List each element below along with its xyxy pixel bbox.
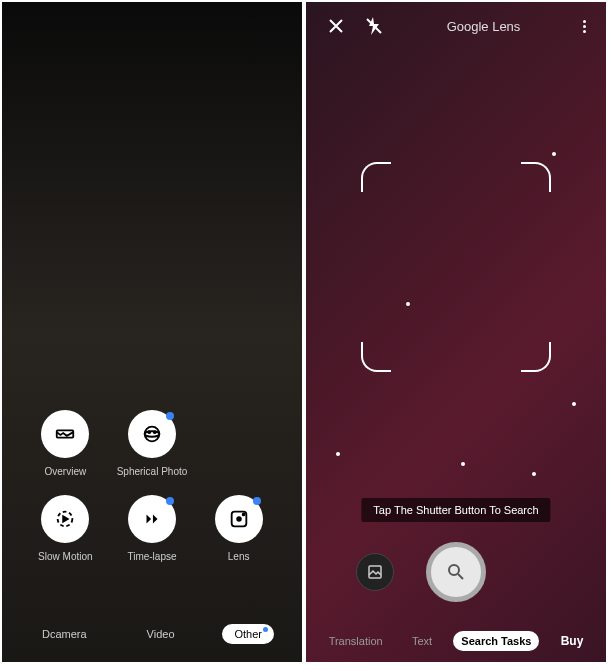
image-icon — [367, 564, 383, 580]
svg-point-3 — [148, 431, 150, 433]
tab-video[interactable]: Video — [135, 624, 187, 644]
focus-point — [572, 402, 576, 406]
timelapse-icon — [141, 508, 163, 530]
mode-lens-label: Lens — [228, 551, 250, 562]
lens-mode-translation[interactable]: Translation — [321, 631, 391, 651]
viewfinder-frame — [361, 162, 551, 372]
svg-point-11 — [449, 565, 459, 575]
mode-overview-label: Overview — [44, 466, 86, 477]
more-menu-icon[interactable] — [583, 20, 586, 33]
mode-spherical-label: Spherical Photo — [117, 466, 188, 477]
search-icon — [446, 562, 466, 582]
camera-tabs: Dcamera Video Other — [2, 624, 302, 644]
focus-point — [552, 152, 556, 156]
mode-spherical[interactable]: Spherical Photo — [109, 410, 196, 477]
svg-point-1 — [145, 427, 160, 442]
google-lens-app: Google Lens Tap The Shutter Button To Se… — [306, 2, 606, 662]
mode-slowmo-label: Slow Motion — [38, 551, 92, 562]
camera-app-left: Overview Spherical Photo Slow Motion Tim… — [2, 2, 302, 662]
lens-icon — [228, 508, 250, 530]
camera-modes-grid: Overview Spherical Photo Slow Motion Tim… — [22, 410, 282, 562]
svg-point-7 — [237, 517, 241, 521]
mode-slowmo[interactable]: Slow Motion — [22, 495, 109, 562]
lens-modes: Translation Text Search Tasks Buy — [306, 630, 606, 652]
tab-other[interactable]: Other — [222, 624, 274, 644]
mode-overview[interactable]: Overview — [22, 410, 109, 477]
lens-mode-search[interactable]: Search Tasks — [453, 631, 539, 651]
focus-point — [461, 462, 465, 466]
flash-off-icon[interactable] — [364, 16, 384, 36]
svg-point-2 — [145, 431, 160, 437]
mode-timelapse-label: Time-lapse — [127, 551, 176, 562]
lens-mode-text[interactable]: Text — [404, 631, 440, 651]
svg-point-4 — [154, 431, 156, 433]
focus-point — [336, 452, 340, 456]
sphere-icon — [141, 423, 163, 445]
lens-title: Google Lens — [402, 19, 565, 34]
shutter-row — [306, 542, 606, 602]
mode-lens[interactable]: Lens — [195, 495, 282, 562]
focus-point — [532, 472, 536, 476]
mode-timelapse[interactable]: Time-lapse — [109, 495, 196, 562]
panorama-icon — [54, 423, 76, 445]
lens-mode-buy[interactable]: Buy — [553, 630, 592, 652]
hint-tooltip: Tap The Shutter Button To Search — [361, 498, 550, 522]
lens-topbar: Google Lens — [306, 2, 606, 50]
focus-point — [406, 302, 410, 306]
slowmo-icon — [54, 508, 76, 530]
close-icon[interactable] — [326, 16, 346, 36]
svg-line-12 — [458, 574, 463, 579]
gallery-button[interactable] — [356, 553, 394, 591]
svg-point-8 — [242, 514, 244, 516]
shutter-button[interactable] — [426, 542, 486, 602]
tab-camera[interactable]: Dcamera — [30, 624, 99, 644]
